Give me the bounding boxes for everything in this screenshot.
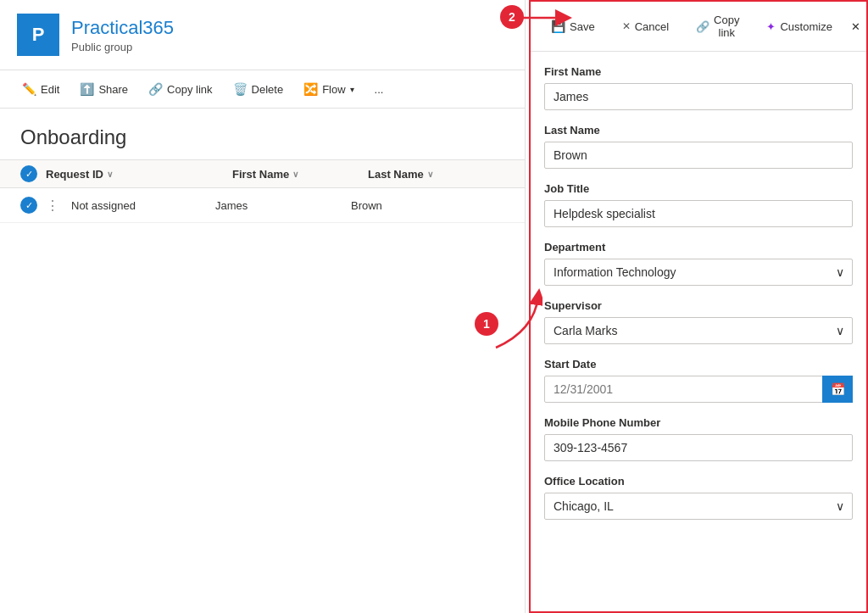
department-select[interactable]: Information Technology Human Resources F… (544, 259, 853, 286)
edit-button[interactable]: ✏️ Edit (14, 77, 68, 101)
row-context-menu[interactable]: ⋮ (46, 198, 59, 214)
header-first-name[interactable]: First Name ∨ (232, 168, 368, 181)
form-body: First Name Last Name Job Title Departmen… (531, 52, 866, 547)
department-select-wrap: Information Technology Human Resources F… (544, 259, 853, 286)
job-title-label: Job Title (544, 182, 853, 195)
supervisor-select-wrap: Carla Marks John Smith Jane Doe ∨ (544, 317, 853, 344)
last-name-label: Last Name (544, 124, 853, 137)
close-form-button[interactable]: ✕ (843, 15, 868, 38)
row-checkbox[interactable]: ✓ (20, 197, 46, 214)
start-date-field: Start Date 📅 (544, 358, 853, 403)
row-request-id: ⋮ Not assigned (46, 198, 215, 214)
flow-button[interactable]: 🔀 Flow ▾ (295, 77, 362, 101)
delete-button[interactable]: 🗑️ Delete (225, 77, 292, 101)
cancel-icon: ✕ (622, 20, 631, 32)
save-icon: 💾 (551, 20, 565, 33)
avatar: P (17, 14, 59, 56)
table-row[interactable]: ✓ ⋮ Not assigned James Brown (0, 188, 525, 223)
chevron-down-icon: ▾ (350, 85, 354, 94)
office-location-field: Office Location Chicago, IL New York, NY… (544, 475, 853, 520)
last-name-input[interactable] (544, 142, 853, 169)
copy-link-icon: 🔗 (148, 82, 163, 96)
copy-link-button[interactable]: 🔗 Copy link (140, 77, 220, 101)
group-info: Practical365 Public group (71, 17, 174, 53)
first-name-field: First Name (544, 65, 853, 110)
copy-link-form-button[interactable]: 🔗 Copy link (687, 8, 748, 44)
first-name-input[interactable] (544, 83, 853, 110)
table-header: ✓ Request ID ∨ First Name ∨ Last Name ∨ (0, 159, 525, 188)
office-location-select-wrap: Chicago, IL New York, NY Los Angeles, CA… (544, 493, 853, 520)
date-wrap: 📅 (544, 376, 853, 403)
last-name-field: Last Name (544, 124, 853, 169)
customize-icon: ✦ (766, 20, 776, 33)
left-panel: P Practical365 Public group ✏️ Edit ⬆️ S… (0, 0, 526, 613)
annotation-1: 1 (475, 312, 498, 336)
customize-button[interactable]: ✦ Customize (758, 15, 840, 38)
select-all-checkbox[interactable]: ✓ (20, 165, 37, 182)
first-name-label: First Name (544, 65, 853, 78)
annotation-2: 2 (500, 5, 524, 29)
row-first-name: James (215, 199, 351, 212)
mobile-phone-label: Mobile Phone Number (544, 416, 853, 429)
sort-icon: ∨ (427, 170, 433, 179)
copy-link-form-icon: 🔗 (696, 20, 709, 33)
group-subtype: Public group (71, 41, 174, 53)
header-check: ✓ (20, 165, 46, 182)
sort-icon: ∨ (107, 170, 113, 179)
mobile-phone-field: Mobile Phone Number (544, 416, 853, 461)
sort-icon: ∨ (292, 170, 298, 179)
more-button[interactable]: ... (366, 78, 392, 101)
start-date-input[interactable] (544, 376, 853, 403)
share-icon: ⬆️ (80, 82, 94, 96)
office-location-select[interactable]: Chicago, IL New York, NY Los Angeles, CA (544, 493, 853, 520)
flow-icon: 🔀 (303, 82, 318, 96)
close-icon: ✕ (851, 20, 860, 33)
department-field: Department Information Technology Human … (544, 241, 853, 286)
cancel-button[interactable]: ✕ Cancel (614, 15, 677, 38)
calendar-icon: 📅 (831, 382, 845, 396)
calendar-button[interactable]: 📅 (822, 376, 853, 403)
job-title-input[interactable] (544, 200, 853, 227)
toolbar: ✏️ Edit ⬆️ Share 🔗 Copy link 🗑️ Delete 🔀… (0, 70, 525, 109)
save-button[interactable]: 💾 Save (542, 14, 604, 38)
mobile-phone-input[interactable] (544, 434, 853, 461)
edit-icon: ✏️ (22, 82, 36, 96)
job-title-field: Job Title (544, 182, 853, 227)
header-request-id[interactable]: Request ID ∨ (46, 168, 232, 181)
group-name: Practical365 (71, 17, 174, 39)
supervisor-field: Supervisor Carla Marks John Smith Jane D… (544, 299, 853, 344)
page-title: Onboarding (0, 109, 525, 159)
trash-icon: 🗑️ (233, 82, 248, 96)
supervisor-select[interactable]: Carla Marks John Smith Jane Doe (544, 317, 853, 344)
group-header: P Practical365 Public group (0, 0, 525, 70)
start-date-label: Start Date (544, 358, 853, 371)
form-toolbar: 💾 Save ✕ Cancel 🔗 Copy link ✦ Customize … (531, 2, 866, 52)
row-last-name: Brown (351, 199, 504, 212)
right-panel: 💾 Save ✕ Cancel 🔗 Copy link ✦ Customize … (529, 0, 868, 613)
share-button[interactable]: ⬆️ Share (71, 77, 136, 101)
office-location-label: Office Location (544, 475, 853, 488)
department-label: Department (544, 241, 853, 254)
supervisor-label: Supervisor (544, 299, 853, 312)
header-last-name[interactable]: Last Name ∨ (368, 168, 504, 181)
